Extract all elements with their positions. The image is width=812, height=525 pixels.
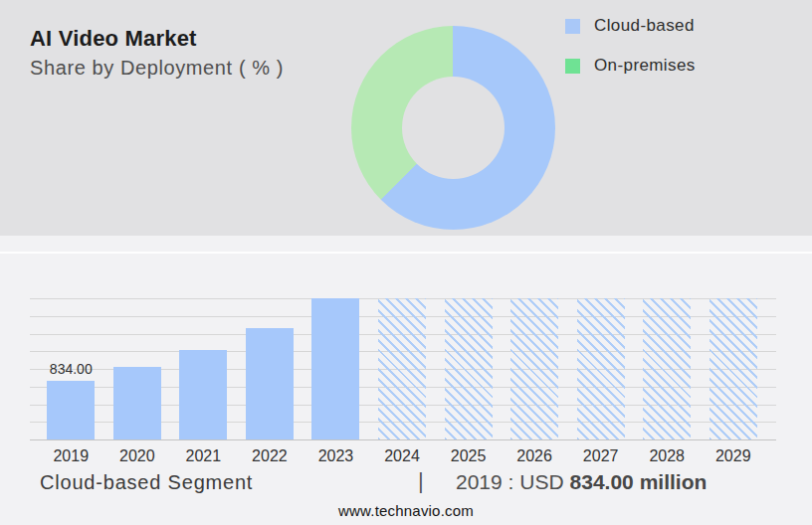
x-axis-label-2019: 2019 [38,447,104,465]
bar-slot-2024: 2024 [369,298,436,439]
legend-swatch-on-premises-icon [565,59,580,74]
header-section: AI Video Market Share by Deployment ( % … [0,0,812,236]
bar-2020 [113,367,161,439]
legend-item-cloud-based: Cloud-based [565,16,696,36]
segment-caption: Cloud-based Segment [40,471,253,494]
caption-separator: | [418,468,424,494]
bar-2019 [47,381,95,439]
bar-chart: 834.002019202020212022202320242025202620… [38,298,766,439]
x-axis-label-2027: 2027 [567,447,634,465]
x-axis-label-2023: 2023 [303,447,369,465]
bar-2021 [179,350,227,439]
bar-2022 [246,328,294,439]
forecast-bar-2025 [445,298,493,439]
website-link[interactable]: www.technavio.com [0,502,812,519]
x-axis-label-2029: 2029 [700,447,766,465]
x-axis-label-2021: 2021 [170,447,237,465]
legend-label: On-premises [594,56,696,76]
bar-slot-2021: 2021 [170,298,237,439]
legend: Cloud-based On-premises [565,16,696,95]
bar-slot-2019: 834.002019 [38,298,104,439]
forecast-bar-2026 [510,298,558,439]
x-axis-label-2024: 2024 [369,447,436,465]
bar-slot-2026: 2026 [502,298,568,439]
infographic-root: AI Video Market Share by Deployment ( % … [0,0,812,525]
stat-prefix: 2019 : USD [456,470,564,493]
legend-label: Cloud-based [594,16,695,36]
bar-slot-2029: 2029 [700,298,766,439]
x-axis-label-2020: 2020 [104,447,171,465]
x-axis-label-2028: 2028 [634,447,701,465]
x-axis-line [30,439,776,440]
bar-slot-2025: 2025 [435,298,502,439]
bar-value-label: 834.00 [36,361,105,377]
legend-swatch-cloud-based-icon [565,19,580,34]
bar-slot-2023: 2023 [303,298,369,439]
forecast-bar-2028 [643,298,691,439]
donut-hole [402,77,505,179]
x-axis-label-2026: 2026 [502,447,568,465]
bar-slot-2028: 2028 [634,298,701,439]
bar-slot-2027: 2027 [567,298,634,439]
forecast-bar-2029 [710,298,757,439]
stat-value: 834.00 million [570,470,708,493]
x-axis-label-2022: 2022 [237,447,304,465]
page-title: AI Video Market [30,26,197,52]
bar-slot-2020: 2020 [104,298,171,439]
page-subtitle: Share by Deployment ( % ) [30,57,284,80]
forecast-bar-2024 [378,298,426,439]
section-divider [0,252,812,254]
stat-line: 2019 : USD834.00 million [456,470,707,494]
legend-item-on-premises: On-premises [565,56,696,76]
bar-2023 [311,298,359,439]
x-axis-label-2025: 2025 [435,447,502,465]
forecast-bar-2027 [577,298,625,439]
bar-slot-2022: 2022 [237,298,304,439]
